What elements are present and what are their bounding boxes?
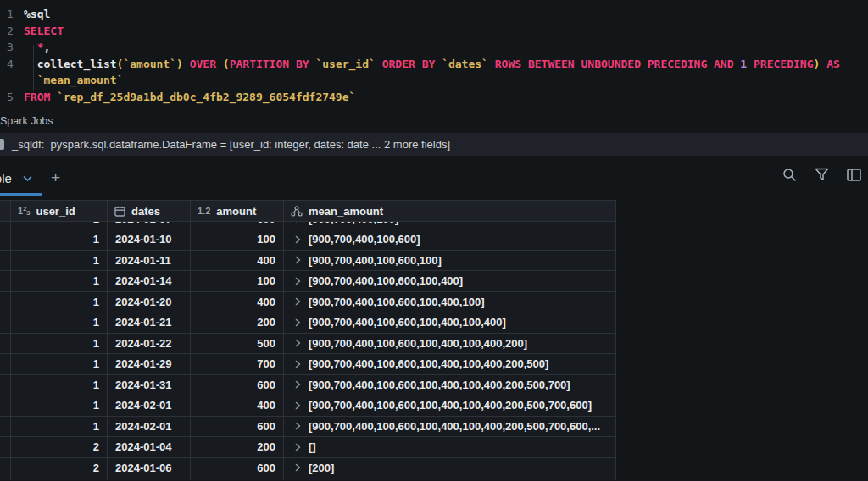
column-header-mean_amount[interactable]: mean_amount [284, 201, 616, 221]
cell-mean_amount[interactable]: [900,700,400,100,600] [284, 229, 616, 250]
cell-amount[interactable]: 600 [191, 417, 284, 437]
cell-mean_amount[interactable]: [900,700,400,100,600,100,400] [284, 271, 616, 291]
expand-chevron-icon[interactable] [295, 360, 301, 368]
tab-table[interactable]: Table [0, 171, 32, 185]
cell-user_id[interactable]: 1 [11, 229, 108, 250]
cell-index[interactable] [0, 354, 11, 374]
sql-code-editor[interactable]: 1%sql2SELECT3 *,4 collect_list(`amount`)… [0, 3, 868, 105]
expand-chevron-icon[interactable] [295, 277, 301, 285]
cell-user_id[interactable]: 1 [11, 354, 108, 374]
spark-jobs-toggle[interactable]: Spark Jobs [0, 115, 53, 127]
expand-chevron-icon[interactable] [295, 318, 301, 327]
code-line[interactable]: 5FROM `rep_df_25d9a1bd_db0c_4fb2_9289_60… [0, 89, 868, 106]
cell-index[interactable] [0, 292, 11, 312]
cell-amount[interactable]: 600 [191, 222, 284, 229]
cell-dates[interactable]: 2024-01-06 [108, 458, 191, 478]
cell-mean_amount[interactable]: [900,700,400,100,600,100,400,100,400,200… [284, 417, 616, 437]
cell-user_id[interactable]: 1 [11, 395, 108, 416]
expand-chevron-icon[interactable] [295, 297, 301, 306]
cell-index[interactable] [0, 417, 11, 437]
cell-user_id[interactable]: 1 [11, 334, 108, 354]
cell-user_id[interactable]: 1 [11, 417, 108, 437]
cell-dates[interactable]: 2024-01-04 [108, 437, 191, 457]
table-row[interactable]: 12024-01-29700[900,700,400,100,600,100,4… [0, 354, 616, 375]
cell-dates[interactable]: 2024-01-31 [108, 375, 191, 395]
table-body[interactable]: 12024-01-07600[900,700,400,100]12024-01-… [0, 222, 616, 480]
search-button[interactable] [782, 169, 797, 184]
cell-user_id[interactable]: 1 [11, 292, 108, 312]
cell-mean_amount[interactable]: [] [284, 437, 616, 457]
cell-amount[interactable]: 600 [191, 458, 284, 478]
cell-dates[interactable]: 2024-01-07 [108, 222, 191, 229]
cell-amount[interactable]: 600 [191, 375, 284, 395]
cell-dates[interactable]: 2024-01-29 [108, 354, 191, 374]
cell-dates[interactable]: 2024-02-01 [108, 395, 191, 416]
cell-user_id[interactable]: 1 [11, 251, 108, 271]
cell-amount[interactable]: 400 [191, 395, 284, 416]
cell-user_id[interactable]: 1 [11, 271, 108, 291]
column-header-dates[interactable]: dates [108, 201, 191, 221]
expand-chevron-icon[interactable] [295, 422, 301, 430]
cell-amount[interactable]: 400 [191, 292, 284, 312]
cell-mean_amount[interactable]: [200] [284, 458, 616, 478]
expand-chevron-icon[interactable] [295, 463, 301, 472]
cell-dates[interactable]: 2024-01-10 [108, 229, 191, 250]
code-line[interactable]: 4 collect_list(`amount`) OVER (PARTITION… [0, 56, 868, 73]
cell-user_id[interactable]: 2 [11, 458, 108, 478]
column-header-amount[interactable]: 1.2amount [191, 201, 284, 221]
cell-index[interactable] [0, 222, 11, 229]
cell-mean_amount[interactable]: [900,700,400,100,600,100,400,100,400,200… [284, 334, 616, 354]
table-row[interactable]: 12024-01-07600[900,700,400,100] [0, 222, 616, 229]
cell-mean_amount[interactable]: [900,700,400,100,600,100,400,100,400,200… [284, 375, 616, 395]
column-header-idx[interactable] [0, 201, 11, 221]
add-visualization-button[interactable]: + [51, 169, 60, 187]
cell-amount[interactable]: 400 [191, 251, 284, 271]
table-row[interactable]: 12024-02-01600[900,700,400,100,600,100,4… [0, 417, 616, 438]
cell-index[interactable] [0, 458, 11, 478]
table-row[interactable]: 12024-01-14100[900,700,400,100,600,100,4… [0, 271, 616, 292]
cell-amount[interactable]: 100 [191, 229, 284, 250]
code-line[interactable]: 2SELECT [0, 23, 868, 40]
expand-chevron-icon[interactable] [295, 443, 301, 451]
cell-dates[interactable]: 2024-02-01 [108, 417, 191, 437]
cell-mean_amount[interactable]: [900,700,400,100,600,100,400,100,400,200… [284, 395, 616, 416]
cell-mean_amount[interactable]: [900,700,400,100,600,100] [284, 251, 616, 271]
cell-amount[interactable]: 200 [191, 312, 284, 333]
table-row[interactable]: 12024-02-01400[900,700,400,100,600,100,4… [0, 395, 616, 417]
expand-chevron-icon[interactable] [295, 380, 301, 389]
expand-chevron-icon[interactable] [295, 339, 301, 347]
cell-mean_amount[interactable]: [900,700,400,100,600,100,400,100,400,200… [284, 354, 616, 374]
cell-index[interactable] [0, 334, 11, 354]
panel-button[interactable] [846, 169, 861, 184]
chevron-down-icon[interactable] [23, 175, 32, 182]
table-row[interactable]: 22024-01-04200[] [0, 437, 616, 458]
cell-mean_amount[interactable]: [900,700,400,100,600,100,400,100] [284, 292, 616, 312]
expand-chevron-icon[interactable] [295, 235, 301, 244]
cell-amount[interactable]: 200 [191, 437, 284, 457]
table-row[interactable]: 12024-01-10100[900,700,400,100,600] [0, 229, 616, 251]
cell-user_id[interactable]: 1 [11, 312, 108, 333]
cell-index[interactable] [0, 271, 11, 291]
table-row[interactable]: 22024-01-06600[200] [0, 458, 616, 479]
filter-button[interactable] [814, 169, 829, 184]
table-row[interactable]: 12024-01-21200[900,700,400,100,600,100,4… [0, 312, 616, 334]
cell-amount[interactable]: 700 [191, 354, 284, 374]
cell-dates[interactable]: 2024-01-20 [108, 292, 191, 312]
cell-amount[interactable]: 100 [191, 271, 284, 291]
code-line[interactable]: 1%sql [0, 6, 868, 23]
cell-dates[interactable]: 2024-01-21 [108, 312, 191, 333]
cell-user_id[interactable]: 1 [11, 222, 108, 229]
cell-index[interactable] [0, 437, 11, 457]
cell-index[interactable] [0, 395, 11, 416]
expand-chevron-icon[interactable] [295, 222, 301, 223]
cell-mean_amount[interactable]: [900,700,400,100] [284, 222, 616, 229]
cell-dates[interactable]: 2024-01-11 [108, 251, 191, 271]
cell-index[interactable] [0, 229, 11, 250]
cell-dates[interactable]: 2024-01-14 [108, 271, 191, 291]
table-row[interactable]: 12024-01-31600[900,700,400,100,600,100,4… [0, 375, 616, 396]
cell-index[interactable] [0, 375, 11, 395]
expand-chevron-icon[interactable] [295, 256, 301, 264]
code-line[interactable]: 3 *, [0, 39, 868, 56]
table-row[interactable]: 12024-01-22500[900,700,400,100,600,100,4… [0, 334, 616, 355]
cell-mean_amount[interactable]: [900,700,400,100,600,100,400,100,400] [284, 312, 616, 333]
